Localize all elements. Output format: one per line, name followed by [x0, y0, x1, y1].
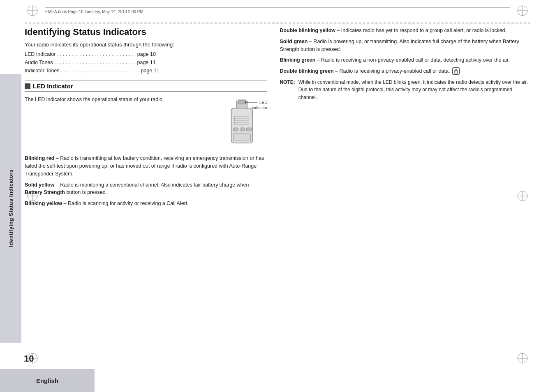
english-tab: English [0, 369, 95, 392]
indicator-solid-yellow: Solid yellow – Radio is monitoring a con… [25, 181, 267, 197]
intro-text: Your radio indicates its operational sta… [25, 42, 267, 48]
left-column: Identifying Status Indicators Your radio… [25, 27, 267, 359]
right-column: Double blinking yellow – Indicates radio… [280, 27, 530, 359]
dashed-divider [25, 23, 530, 23]
indicator-double-blinking-yellow: Double blinking yellow – Indicates radio… [280, 27, 530, 35]
toc-entry-audio: Audio Tones . . . . . . . . . . . . . . … [25, 58, 267, 67]
file-info-bar: EMEA.book Page 10 Tuesday, May 14, 2013 … [45, 7, 510, 14]
led-indicator-label: LED Indicator [252, 100, 267, 111]
section-title: Identifying Status Indicators [25, 27, 267, 37]
page-number: 10 [24, 353, 34, 364]
svg-rect-30 [247, 128, 252, 131]
toc-entry-indicator: Indicator Tones . . . . . . . . . . . . … [25, 67, 267, 75]
indicator-blinking-green: Blinking green – Radio is receiving a no… [280, 56, 530, 64]
svg-rect-29 [240, 128, 245, 131]
note-block: NOTE: While in conventional mode, when t… [280, 78, 530, 101]
indicator-double-blinking-green: Double blinking green – Radio is receivi… [280, 67, 530, 75]
reg-mark-tr [517, 5, 528, 16]
indicator-blinking-yellow: Blinking yellow – Radio is scanning for … [25, 200, 267, 208]
svg-point-35 [456, 71, 456, 72]
file-info-text: EMEA.book Page 10 Tuesday, May 14, 2013 … [45, 9, 143, 14]
section-square-icon [25, 83, 30, 89]
sidebar-label: Identifying Status Indicators [0, 74, 21, 343]
svg-rect-31 [234, 134, 251, 141]
svg-rect-20 [238, 101, 246, 104]
led-intro-text: The LED indicator shows the operational … [25, 96, 213, 150]
toc-entry-led: LED Indicator . . . . . . . . . . . . . … [25, 50, 267, 58]
page: EMEA.book Page 10 Tuesday, May 14, 2013 … [0, 0, 555, 392]
reg-mark-tl [27, 5, 38, 16]
led-subsection-header: LED Indicator [25, 81, 267, 92]
led-image: LED Indicator [218, 96, 267, 150]
two-column-layout: Identifying Status Indicators Your radio… [25, 27, 530, 359]
svg-rect-28 [234, 128, 238, 131]
indicator-blinking-red: Blinking red – Radio is transmitting at … [25, 154, 267, 178]
lock-icon [452, 67, 460, 75]
toc-list: LED Indicator . . . . . . . . . . . . . … [25, 50, 267, 75]
indicator-solid-green: Solid green – Radio is powering up, or t… [280, 38, 530, 53]
led-row: The LED indicator shows the operational … [25, 96, 267, 150]
main-content: Identifying Status Indicators Your radio… [25, 23, 530, 359]
